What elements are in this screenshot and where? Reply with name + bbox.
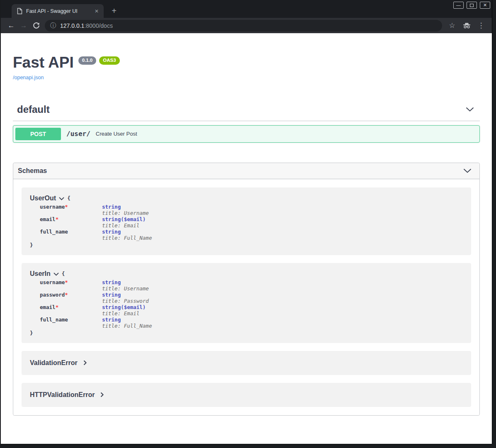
property-type: string($email) — [102, 216, 146, 222]
required-star: * — [65, 292, 68, 298]
property-name: full_name — [40, 229, 68, 235]
tab-close-icon[interactable]: ✕ — [94, 8, 100, 14]
model-userout-chevron-down-icon[interactable] — [59, 197, 64, 200]
required-star: * — [65, 204, 68, 210]
forward-icon[interactable]: → — [17, 22, 30, 30]
property-row: password* stringtitle: Password — [40, 292, 463, 304]
http-method-badge: POST — [15, 128, 61, 140]
tag-collapse-chevron-down-icon[interactable] — [466, 107, 474, 112]
property-title: title: Username — [102, 285, 149, 292]
required-star: * — [56, 216, 59, 222]
maximize-icon — [470, 4, 474, 7]
new-tab-button[interactable]: + — [109, 5, 119, 16]
property-name: password — [40, 292, 65, 298]
property-type: string — [102, 229, 121, 235]
model-userout: UserOut { username* stringtitle: Usernam… — [22, 187, 471, 255]
browser-tab[interactable]: Fast API - Swagger UI ✕ — [12, 4, 104, 18]
model-httpvalidationerror-name: HTTPValidationError — [30, 391, 95, 399]
tag-section-default: default POST /user/ Create User Post — [13, 104, 480, 143]
swagger-ui-page: Fast API 0.1.0 OAS3 /openapi.json defaul… — [1, 33, 492, 444]
tag-name: default — [17, 104, 50, 115]
property-name: email — [40, 216, 56, 222]
model-httpvalidationerror[interactable]: HTTPValidationError — [22, 383, 471, 407]
minimize-button[interactable]: — — [453, 2, 464, 9]
property-type: string — [102, 292, 121, 298]
property-title: title: Password — [102, 298, 149, 304]
maximize-button[interactable] — [467, 2, 477, 9]
model-userin: UserIn { username* stringtitle: Username — [22, 263, 471, 343]
schemas-collapse-chevron-down-icon[interactable] — [463, 168, 472, 173]
property-row: email* string($email)title: Email — [40, 304, 463, 317]
property-title: title: Email — [102, 222, 139, 229]
incognito-icon — [459, 22, 474, 29]
property-row: username* stringtitle: Username — [40, 204, 463, 216]
url-host: 127.0.0.1 — [60, 22, 84, 29]
address-bar[interactable]: ⓘ 127.0.0.1:8000/docs — [45, 20, 442, 32]
model-validationerror-chevron-right-icon[interactable] — [83, 360, 87, 365]
property-name: username — [40, 204, 65, 210]
browser-toolbar: ← → ⓘ 127.0.0.1:8000/docs ☆ ⋮ — [1, 18, 492, 33]
property-name: username — [40, 279, 65, 285]
model-userin-name: UserIn — [30, 270, 51, 278]
property-row: full_name stringtitle: Full_Name — [40, 317, 463, 329]
model-userin-chevron-down-icon[interactable] — [53, 273, 59, 276]
model-validationerror[interactable]: ValidationError — [22, 351, 471, 375]
operation-path: /user/ — [66, 130, 90, 138]
property-row: full_name stringtitle: Full_Name — [40, 229, 463, 241]
tab-title: Fast API - Swagger UI — [26, 8, 94, 14]
tag-header[interactable]: default — [13, 104, 480, 121]
property-type: string — [102, 317, 121, 323]
window-controls: — ✕ — [453, 2, 490, 9]
open-brace: { — [62, 270, 65, 277]
menu-kebab-icon[interactable]: ⋮ — [474, 21, 488, 30]
back-icon[interactable]: ← — [5, 22, 17, 30]
browser-window: Fast API - Swagger UI ✕ + — ✕ ← → ⓘ 127.… — [1, 0, 492, 444]
page-favicon-icon — [17, 8, 22, 15]
schemas-body: UserOut { username* stringtitle: Usernam… — [13, 179, 479, 415]
url-text: 127.0.0.1:8000/docs — [60, 22, 113, 29]
property-name: email — [40, 304, 56, 310]
property-title: title: Email — [102, 310, 139, 317]
schemas-header[interactable]: Schemas — [13, 163, 479, 179]
url-path: :8000/docs — [84, 22, 113, 29]
property-type: string — [102, 204, 121, 210]
version-badge: 0.1.0 — [78, 56, 97, 65]
api-info-section: Fast API 0.1.0 OAS3 /openapi.json — [13, 33, 480, 80]
model-httpvalidationerror-chevron-right-icon[interactable] — [100, 392, 104, 397]
property-name: full_name — [40, 317, 68, 323]
required-star: * — [65, 279, 68, 285]
property-title: title: Full_Name — [102, 235, 152, 241]
property-title: title: Username — [102, 210, 149, 216]
operation-summary: Create User Post — [96, 131, 137, 137]
model-userout-name: UserOut — [30, 195, 56, 202]
bookmark-star-icon[interactable]: ☆ — [445, 21, 459, 30]
open-brace: { — [67, 195, 71, 201]
property-type: string($email) — [102, 304, 146, 310]
close-button[interactable]: ✕ — [480, 2, 490, 9]
property-type: string — [102, 279, 121, 285]
model-validationerror-name: ValidationError — [30, 359, 78, 367]
property-title: title: Full_Name — [102, 323, 152, 329]
site-info-icon[interactable]: ⓘ — [50, 22, 56, 29]
schemas-title: Schemas — [18, 167, 47, 175]
schemas-section: Schemas UserOut — [13, 163, 480, 416]
openapi-spec-link[interactable]: /openapi.json — [13, 75, 44, 80]
close-brace: } — [30, 330, 463, 336]
refresh-icon[interactable] — [30, 22, 42, 29]
opblock-post-user[interactable]: POST /user/ Create User Post — [13, 125, 480, 143]
api-title: Fast API — [13, 55, 74, 71]
close-brace: } — [30, 242, 463, 248]
oas3-badge: OAS3 — [99, 56, 119, 65]
property-row: username* stringtitle: Username — [40, 279, 463, 292]
window-titlebar: Fast API - Swagger UI ✕ + — ✕ — [1, 0, 492, 18]
required-star: * — [56, 304, 59, 310]
property-row: email* string($email)title: Email — [40, 216, 463, 229]
